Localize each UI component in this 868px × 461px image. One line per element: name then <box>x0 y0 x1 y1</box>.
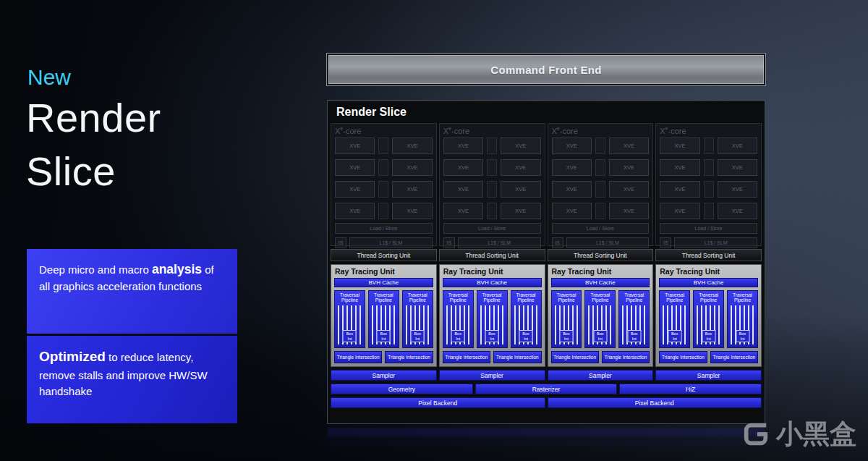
box-intersection-cell: Box Int <box>519 330 533 342</box>
xmx-cell <box>378 203 388 219</box>
load-store-bar: Load / Store <box>660 223 757 234</box>
pixel-backend-bar: Pixel Backend <box>331 397 545 408</box>
xe-core-label: Xe-core <box>443 126 541 135</box>
is-cell: IS <box>660 237 671 248</box>
xve-cell: XVE <box>718 138 757 154</box>
xve-grid: XVEXVE XVEXVE XVEXVE XVEXVE <box>443 138 541 219</box>
geometry-bar: Geometry <box>331 384 473 394</box>
xe-core-block: Xe-core XVEXVE XVEXVE XVEXVE XVEXVE Load… <box>439 123 545 246</box>
xve-grid: XVEXVE XVEXVE XVEXVE XVEXVE <box>552 138 650 219</box>
xve-cell: XVE <box>718 181 757 198</box>
xmx-cell <box>704 181 714 198</box>
traversal-pipelines: Traversal Pipeline Box Int Traversal Pip… <box>551 290 650 348</box>
traversal-pipeline: Traversal Pipeline Box Int <box>402 290 433 348</box>
box-intersection-cell: Box Int <box>736 330 749 342</box>
xmx-cell <box>487 203 497 219</box>
xve-cell: XVE <box>501 159 540 176</box>
traversal-pipeline: Traversal Pipeline Box Int <box>727 290 758 348</box>
slice-columns: Xe-core XVEXVE XVEXVE XVEXVE XVEXVE Load… <box>331 123 762 367</box>
is-cell: IS <box>335 237 346 248</box>
ray-tracing-unit-title: Ray Tracing Unit <box>331 265 436 278</box>
thread-sorting-unit: Thread Sorting Unit <box>439 249 545 261</box>
l1-slm-bar: L1$ / SLM <box>349 237 433 248</box>
ray-tracing-unit-title: Ray Tracing Unit <box>656 265 761 278</box>
heybox-logo-icon <box>742 420 770 448</box>
box-intersection-cell: Box Int <box>559 330 573 342</box>
xmx-cell <box>595 203 605 219</box>
traversal-pipeline: Traversal Pipeline Box Int <box>477 290 508 348</box>
traversal-pipeline: Traversal Pipeline Box Int <box>693 290 724 348</box>
xe-core-cache-row: IS L1$ / SLM <box>335 237 433 248</box>
optimized-card-text: Optimized to reduce latency, remove stal… <box>39 347 225 400</box>
xve-grid: XVEXVE XVEXVE XVEXVE XVEXVE <box>660 138 757 219</box>
xve-cell: XVE <box>335 181 375 198</box>
title-line-1: Render <box>26 95 161 140</box>
slice-column: Xe-core XVEXVE XVEXVE XVEXVE XVEXVE Load… <box>439 123 545 367</box>
xve-cell: XVE <box>609 203 649 219</box>
xve-cell: XVE <box>609 138 649 154</box>
box-intersection-cell: Box Int <box>627 330 641 342</box>
load-store-bar: Load / Store <box>335 223 433 234</box>
box-intersection-cell: Box Int <box>593 330 607 342</box>
triangle-intersection: Triangle Intersection <box>710 351 758 363</box>
triangle-intersection: Triangle Intersection <box>602 351 650 363</box>
ray-tracing-unit: Ray Tracing Unit BVH Cache Traversal Pip… <box>655 264 762 367</box>
xve-cell: XVE <box>609 181 649 198</box>
xve-cell: XVE <box>552 138 592 154</box>
thread-sorting-unit: Thread Sorting Unit <box>655 249 762 261</box>
ray-tracing-unit-title: Ray Tracing Unit <box>548 265 653 278</box>
page-title: RenderSlice <box>26 91 161 199</box>
xve-cell: XVE <box>609 159 649 176</box>
sampler-bar: Sampler <box>548 370 654 381</box>
xe-core-label: Xe-core <box>660 126 757 135</box>
triangle-intersections: Triangle Intersection Triangle Intersect… <box>551 351 650 363</box>
triangle-intersection: Triangle Intersection <box>334 351 382 363</box>
title-line-2: Slice <box>26 148 116 194</box>
box-intersection-cell: Box Int <box>377 330 391 342</box>
xve-grid: XVEXVE XVEXVE XVEXVE XVEXVE <box>335 138 433 219</box>
box-intersection-cell: Box Int <box>485 330 499 342</box>
ray-tracing-unit: Ray Tracing Unit BVH Cache Traversal Pip… <box>439 264 545 367</box>
geometry-row: Geometry Rasterizer HiZ <box>331 384 762 394</box>
xve-cell: XVE <box>335 138 375 154</box>
load-store-bar: Load / Store <box>552 223 650 234</box>
xmx-cell <box>595 159 605 176</box>
triangle-intersections: Triangle Intersection Triangle Intersect… <box>443 351 542 363</box>
xve-cell: XVE <box>501 181 540 198</box>
heybox-watermark-text: 小黑盒 <box>776 416 856 452</box>
xmx-cell <box>487 159 497 176</box>
xve-cell: XVE <box>660 203 699 219</box>
l1-slm-bar: L1$ / SLM <box>674 237 757 248</box>
traversal-pipelines: Traversal Pipeline Box Int Traversal Pip… <box>443 290 542 348</box>
triangle-intersections: Triangle Intersection Triangle Intersect… <box>659 351 758 363</box>
bvh-cache-bar: BVH Cache <box>551 278 650 287</box>
xe-core-block: Xe-core XVEXVE XVEXVE XVEXVE XVEXVE Load… <box>331 123 437 246</box>
reflection <box>327 428 765 458</box>
render-slice-diagram: Command Front End Render Slice Xe-core X… <box>327 54 765 458</box>
traversal-pipeline: Traversal Pipeline Box Int <box>618 290 650 348</box>
optimized-bold: Optimized <box>39 349 106 364</box>
xve-cell: XVE <box>552 159 592 176</box>
box-intersection-cell: Box Int <box>702 330 715 342</box>
triangle-intersection: Triangle Intersection <box>493 351 541 363</box>
traversal-pipelines: Traversal Pipeline Box Int Traversal Pip… <box>659 290 758 348</box>
xve-cell: XVE <box>392 203 432 219</box>
xe-core-block: Xe-core XVEXVE XVEXVE XVEXVE XVEXVE Load… <box>655 123 762 246</box>
xmx-cell <box>487 138 497 154</box>
triangle-intersection: Triangle Intersection <box>443 351 490 363</box>
thread-sorting-unit: Thread Sorting Unit <box>331 249 437 261</box>
sampler-bar: Sampler <box>655 370 762 381</box>
box-intersection-cell: Box Int <box>343 330 357 342</box>
traversal-pipeline: Traversal Pipeline Box Int <box>334 290 365 348</box>
sampler-row: SamplerSamplerSamplerSampler <box>331 370 762 381</box>
ray-tracing-unit: Ray Tracing Unit BVH Cache Traversal Pip… <box>548 264 654 367</box>
xve-cell: XVE <box>501 203 540 219</box>
rasterizer-bar: Rasterizer <box>475 384 618 394</box>
traversal-pipeline: Traversal Pipeline Box Int <box>368 290 399 348</box>
xe-core-label: Xe-core <box>335 126 433 135</box>
sampler-bar: Sampler <box>439 370 545 381</box>
render-slice-panel: Render Slice Xe-core XVEXVE XVEXVE XVEXV… <box>327 100 765 424</box>
heybox-watermark: 小黑盒 <box>742 416 856 452</box>
triangle-intersection: Triangle Intersection <box>551 351 599 363</box>
command-front-end-bar: Command Front End <box>327 54 765 85</box>
